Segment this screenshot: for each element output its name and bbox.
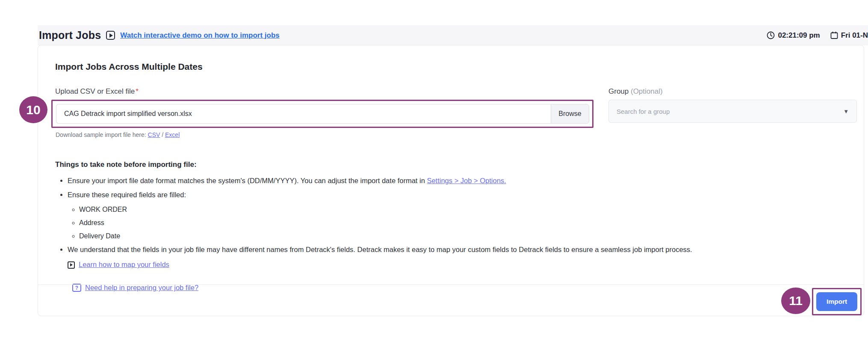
notes-section: Things to take note before importing fil…	[55, 160, 847, 292]
map-fields-link[interactable]: Learn how to map your fields	[79, 260, 169, 270]
group-column: Group (Optional) ▼	[608, 87, 857, 123]
page-title: Import Jobs	[39, 29, 101, 42]
browse-button[interactable]: Browse	[551, 104, 589, 124]
date-display: Fri 01-N	[830, 31, 868, 40]
sample-file-line: Download sample import file here: CSV / …	[56, 131, 597, 138]
import-annotation-highlight: Import	[812, 288, 862, 315]
note-required-fields: Ensure these required fields are filled:…	[68, 190, 847, 241]
group-select[interactable]: ▼	[608, 100, 857, 123]
step-badge-11: 11	[781, 288, 810, 314]
sample-excel-link[interactable]: Excel	[165, 131, 180, 138]
note-date-format: Ensure your import file date format matc…	[68, 176, 847, 186]
sample-csv-link[interactable]: CSV	[148, 131, 160, 138]
watch-demo-link[interactable]: Watch interactive demo on how to import …	[120, 31, 279, 40]
import-button[interactable]: Import	[816, 292, 857, 311]
required-field-item: Delivery Date	[79, 231, 847, 241]
group-search-input[interactable]	[617, 108, 838, 115]
import-card: Import Jobs Across Multiple Dates Upload…	[38, 45, 864, 316]
map-fields-row: Learn how to map your fields	[68, 260, 847, 270]
import-jobs-page: Import Jobs Watch interactive demo on ho…	[0, 0, 868, 338]
file-name-input[interactable]	[56, 104, 551, 124]
note-field-mapping: We understand that the fields in your jo…	[68, 245, 847, 270]
notes-heading: Things to take note before importing fil…	[55, 160, 847, 169]
file-upload-field: Browse	[56, 104, 589, 124]
notes-list: Ensure your import file date format matc…	[55, 176, 847, 270]
time-display: 02:21:09 pm	[767, 31, 820, 40]
upload-annotation-highlight: Browse	[51, 100, 593, 128]
settings-job-options-link[interactable]: Settings > Job > Options.	[427, 177, 506, 184]
group-label: Group (Optional)	[608, 87, 857, 96]
required-field-item: WORK ORDER	[79, 205, 847, 214]
time-text: 02:21:09 pm	[778, 31, 820, 40]
clock-icon	[767, 31, 775, 39]
required-field-item: Address	[79, 218, 847, 228]
page-header: Import Jobs Watch interactive demo on ho…	[38, 25, 868, 45]
play-video-icon	[68, 261, 75, 269]
play-demo-icon	[106, 31, 115, 40]
required-fields-list: WORK ORDER Address Delivery Date	[68, 205, 847, 241]
calendar-icon	[830, 31, 838, 39]
upload-group-row: Upload CSV or Excel file* Browse Downloa…	[55, 87, 857, 138]
card-heading: Import Jobs Across Multiple Dates	[55, 62, 864, 72]
header-clock-area: 02:21:09 pm Fri 01-N	[767, 31, 868, 40]
required-asterisk: *	[136, 87, 139, 95]
card-footer: Import	[38, 285, 864, 316]
step-badge-10: 10	[19, 96, 47, 123]
upload-column: Upload CSV or Excel file* Browse Downloa…	[55, 87, 597, 138]
chevron-down-icon[interactable]: ▼	[843, 108, 849, 115]
date-text: Fri 01-N	[841, 31, 868, 40]
upload-label: Upload CSV or Excel file*	[55, 87, 597, 96]
